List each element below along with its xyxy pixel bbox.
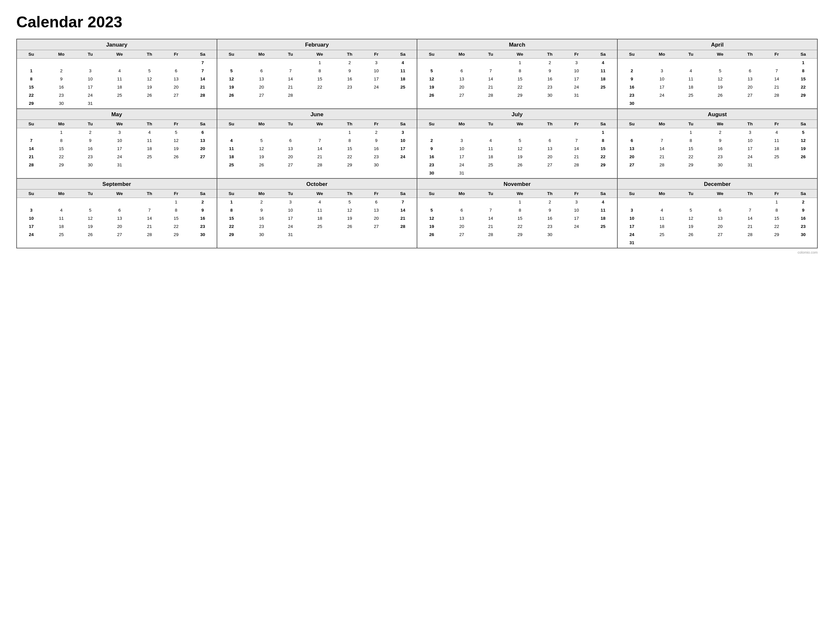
day-cell: 18 [304, 214, 336, 223]
day-cell: 7 [478, 67, 504, 75]
day-cell: 30 [189, 231, 217, 240]
day-cell: 4 [103, 67, 136, 75]
day-header-tu: Tu [277, 189, 304, 198]
day-header-su: Su [17, 120, 45, 128]
day-cell [504, 169, 536, 178]
day-cell [677, 239, 704, 248]
day-cell [103, 198, 136, 207]
day-cell: 13 [446, 214, 478, 223]
day-cell: 11 [103, 75, 136, 83]
day-cell [389, 231, 417, 240]
day-cell: 27 [103, 231, 136, 240]
day-cell [589, 91, 617, 100]
day-cell: 26 [163, 153, 189, 161]
day-cell: 16 [618, 83, 647, 91]
day-header-tu: Tu [277, 50, 304, 59]
day-cell: 6 [246, 67, 277, 75]
day-header-su: Su [417, 50, 446, 59]
day-cell: 17 [77, 83, 103, 91]
day-cell: 2 [704, 128, 736, 137]
day-header-fr: Fr [364, 50, 389, 59]
day-cell: 23 [704, 153, 736, 161]
day-cell: 5 [336, 198, 364, 207]
day-cell: 18 [389, 75, 417, 83]
day-cell: 23 [336, 83, 364, 91]
day-cell [646, 198, 677, 207]
day-header-we: We [704, 189, 736, 198]
day-cell: 29 [504, 231, 536, 240]
month-table-november: SuMoTuWeThFrSa12345678910111213141516171… [417, 189, 617, 240]
day-cell: 16 [536, 75, 564, 83]
day-cell: 3 [103, 128, 136, 137]
day-cell: 15 [504, 75, 536, 83]
day-header-su: Su [417, 189, 446, 198]
page-title: Calendar 2023 [16, 13, 818, 31]
day-cell: 1 [504, 198, 536, 207]
day-cell: 28 [478, 231, 504, 240]
day-cell: 23 [789, 223, 817, 231]
day-cell: 22 [163, 223, 189, 231]
day-cell: 15 [17, 83, 45, 91]
day-cell: 30 [618, 99, 647, 108]
day-cell: 25 [478, 161, 504, 169]
day-cell: 14 [764, 75, 790, 83]
day-cell: 17 [364, 75, 389, 83]
day-cell [277, 59, 304, 67]
day-header-mo: Mo [246, 120, 277, 128]
month-table-february: SuMoTuWeThFrSa12345678910111213141516171… [217, 50, 417, 100]
day-cell [736, 59, 764, 67]
day-cell: 31 [103, 161, 136, 170]
day-header-tu: Tu [77, 120, 103, 128]
day-cell [77, 198, 103, 207]
day-cell: 6 [736, 67, 764, 75]
day-cell: 23 [45, 91, 77, 99]
day-cell [17, 198, 45, 207]
day-cell: 25 [677, 91, 704, 99]
day-cell: 10 [277, 206, 304, 214]
day-cell: 16 [789, 214, 817, 223]
day-cell: 14 [389, 206, 417, 214]
day-cell: 21 [17, 153, 45, 161]
month-title-february: February [217, 39, 417, 50]
day-header-tu: Tu [478, 50, 504, 59]
day-cell [589, 231, 617, 240]
day-cell: 30 [246, 231, 277, 240]
day-cell: 2 [364, 128, 389, 137]
day-cell: 26 [336, 223, 364, 231]
day-cell: 17 [564, 214, 589, 223]
day-cell: 21 [478, 223, 504, 231]
day-cell: 5 [677, 206, 704, 214]
day-cell: 26 [246, 161, 277, 170]
day-cell: 16 [704, 145, 736, 153]
month-table-april: SuMoTuWeThFrSa12345678910111213141516171… [618, 50, 817, 108]
day-cell: 19 [217, 83, 246, 91]
day-cell [389, 161, 417, 170]
day-cell: 24 [277, 223, 304, 231]
day-cell [163, 59, 189, 67]
day-header-fr: Fr [163, 120, 189, 128]
day-cell: 11 [677, 75, 704, 83]
day-cell: 19 [417, 223, 446, 231]
day-cell: 15 [336, 145, 364, 153]
day-header-mo: Mo [45, 189, 77, 198]
day-header-fr: Fr [564, 189, 589, 198]
day-cell: 25 [389, 83, 417, 91]
month-title-may: May [17, 109, 217, 120]
day-cell [704, 99, 736, 108]
day-cell [246, 59, 277, 67]
day-cell: 28 [736, 231, 764, 239]
day-cell: 14 [277, 75, 304, 83]
day-cell: 25 [589, 83, 617, 91]
day-cell: 7 [304, 136, 336, 145]
day-cell: 30 [77, 161, 103, 170]
day-cell: 9 [536, 67, 564, 75]
day-cell: 23 [536, 223, 564, 231]
month-title-december: December [618, 179, 817, 189]
day-cell: 13 [189, 136, 217, 145]
day-header-su: Su [217, 50, 246, 59]
day-header-tu: Tu [77, 50, 103, 59]
day-cell: 30 [45, 99, 77, 108]
day-cell: 27 [736, 91, 764, 99]
day-cell: 29 [589, 161, 617, 169]
day-cell: 8 [17, 75, 45, 83]
